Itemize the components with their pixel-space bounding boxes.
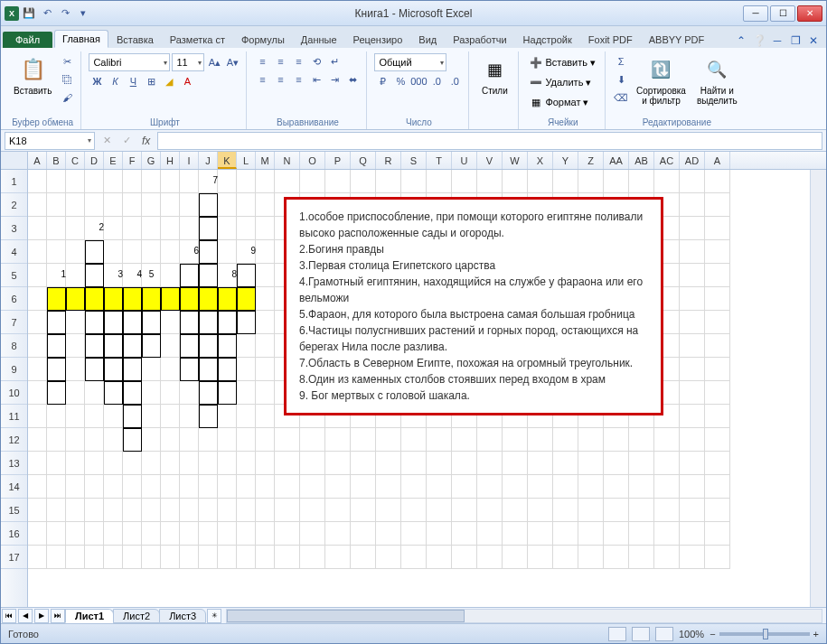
tab-data[interactable]: Данные — [293, 31, 345, 48]
currency-button[interactable]: ₽ — [374, 73, 390, 89]
crossword-cell[interactable] — [142, 334, 161, 358]
column-header[interactable]: F — [123, 152, 142, 169]
cut-button[interactable]: ✂ — [59, 53, 75, 70]
comma-button[interactable]: 000 — [410, 73, 427, 89]
sheet-nav-prev[interactable]: ◀ — [18, 609, 33, 623]
crossword-cell[interactable] — [237, 287, 256, 311]
column-header[interactable]: K — [218, 152, 237, 169]
fx-icon[interactable]: fx — [138, 135, 154, 147]
column-header[interactable]: AC — [654, 152, 680, 169]
column-header[interactable]: D — [85, 152, 104, 169]
row-header[interactable]: 3 — [1, 217, 27, 240]
crossword-cell[interactable] — [180, 334, 199, 358]
ribbon-minimize-icon[interactable]: ⌃ — [734, 33, 748, 48]
tab-home[interactable]: Главная — [54, 30, 108, 48]
row-header[interactable]: 8 — [1, 334, 27, 358]
align-right-button[interactable]: ≡ — [290, 71, 306, 88]
font-name-combo[interactable]: Calibri — [89, 53, 170, 71]
crossword-cell[interactable] — [85, 311, 104, 334]
sheet-tab-2[interactable]: Лист2 — [113, 609, 160, 623]
file-tab[interactable]: Файл — [3, 32, 52, 48]
column-header[interactable]: AB — [629, 152, 654, 169]
column-header[interactable]: J — [199, 152, 218, 169]
view-normal-button[interactable] — [608, 627, 626, 641]
column-header[interactable]: E — [104, 152, 123, 169]
crossword-cell[interactable] — [199, 358, 218, 381]
qat-customize-icon[interactable]: ▾ — [75, 5, 91, 22]
sheet-nav-next[interactable]: ▶ — [34, 609, 49, 623]
paste-button[interactable]: 📋 Вставить — [10, 53, 55, 98]
tab-review[interactable]: Рецензиро — [345, 31, 411, 48]
column-header[interactable]: P — [325, 152, 351, 169]
crossword-cell[interactable] — [218, 311, 237, 334]
crossword-cell[interactable] — [218, 381, 237, 405]
row-header[interactable]: 5 — [1, 264, 27, 287]
sheet-tab-1[interactable]: Лист1 — [65, 609, 114, 623]
qat-redo-button[interactable]: ↷ — [57, 5, 73, 22]
cancel-formula-icon[interactable]: ✕ — [99, 133, 115, 149]
qat-save-button[interactable]: 💾 — [21, 5, 37, 22]
crossword-cell[interactable] — [180, 264, 199, 287]
row-header[interactable]: 12 — [1, 428, 27, 452]
cells-area[interactable]: 7269134581.особое приспособление, при по… — [28, 170, 826, 607]
crossword-cell[interactable] — [199, 217, 218, 240]
column-header[interactable]: T — [427, 152, 452, 169]
crossword-cell[interactable] — [199, 287, 218, 311]
delete-cells-button[interactable]: ➖Удалить ▾ — [526, 73, 599, 91]
crossword-cell[interactable] — [85, 240, 104, 264]
row-header[interactable]: 9 — [1, 358, 27, 381]
column-header[interactable]: A — [28, 152, 47, 169]
new-sheet-button[interactable]: ✳ — [207, 609, 221, 623]
row-header[interactable]: 2 — [1, 193, 27, 217]
column-header[interactable]: AD — [680, 152, 705, 169]
autosum-button[interactable]: Σ — [613, 53, 629, 70]
column-header[interactable]: AA — [604, 152, 629, 169]
crossword-cell[interactable] — [47, 334, 66, 358]
column-header[interactable]: W — [503, 152, 528, 169]
column-header[interactable]: I — [180, 152, 199, 169]
crossword-cell[interactable] — [47, 287, 66, 311]
column-header[interactable]: M — [256, 152, 275, 169]
column-header[interactable]: Y — [553, 152, 578, 169]
row-header[interactable]: 11 — [1, 405, 27, 428]
crossword-cell[interactable] — [218, 358, 237, 381]
workbook-close-icon[interactable]: ✕ — [806, 33, 821, 48]
sort-filter-button[interactable]: 🔃 Сортировка и фильтр — [633, 53, 690, 107]
column-header[interactable]: G — [142, 152, 161, 169]
crossword-cell[interactable] — [123, 334, 142, 358]
horizontal-scrollbar[interactable] — [226, 609, 822, 623]
row-header[interactable]: 7 — [1, 311, 27, 334]
crossword-cell[interactable] — [237, 311, 256, 334]
help-icon[interactable]: ❔ — [752, 33, 766, 48]
tab-developer[interactable]: Разработчи — [445, 31, 514, 48]
crossword-cell[interactable] — [180, 287, 199, 311]
decrease-decimal-button[interactable]: .0 — [446, 73, 463, 89]
tab-foxit[interactable]: Foxit PDF — [580, 31, 641, 48]
column-header[interactable]: A — [705, 152, 730, 169]
font-color-button[interactable]: A — [179, 73, 195, 89]
crossword-cell[interactable] — [218, 334, 237, 358]
crossword-cell[interactable] — [66, 287, 85, 311]
crossword-cell[interactable] — [85, 334, 104, 358]
percent-button[interactable]: % — [392, 73, 409, 89]
crossword-cell[interactable] — [199, 334, 218, 358]
crossword-cell[interactable] — [142, 287, 161, 311]
wrap-text-button[interactable]: ↵ — [326, 53, 343, 70]
fill-button[interactable]: ⬇ — [613, 71, 629, 88]
shrink-font-button[interactable]: A▾ — [224, 54, 240, 70]
column-header[interactable]: O — [300, 152, 325, 169]
formula-input[interactable] — [157, 132, 822, 150]
fill-color-button[interactable]: ◢ — [161, 73, 177, 89]
column-header[interactable]: N — [275, 152, 300, 169]
column-header[interactable]: X — [528, 152, 553, 169]
column-header[interactable]: Q — [351, 152, 376, 169]
align-middle-button[interactable]: ≡ — [272, 53, 288, 70]
enter-formula-icon[interactable]: ✓ — [118, 133, 135, 149]
row-header[interactable]: 17 — [1, 546, 27, 569]
column-header[interactable]: Z — [578, 152, 604, 169]
font-size-combo[interactable]: 11 — [172, 53, 204, 71]
tab-addins[interactable]: Надстройк — [515, 31, 580, 48]
crossword-cell[interactable] — [142, 311, 161, 334]
zoom-in-button[interactable]: + — [813, 629, 819, 639]
column-header[interactable]: S — [401, 152, 427, 169]
